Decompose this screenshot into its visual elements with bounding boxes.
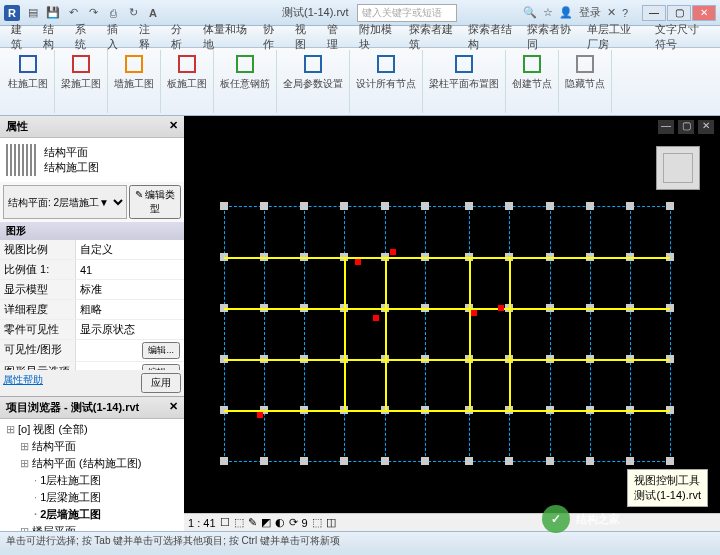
tree-node[interactable]: 1层梁施工图	[2, 489, 182, 506]
view-cube[interactable]	[656, 146, 700, 190]
tab-5[interactable]: 分析	[164, 20, 196, 54]
maximize-button[interactable]: ▢	[667, 5, 691, 21]
tab-12[interactable]: 探索者结构	[461, 20, 520, 54]
tab-14[interactable]: 单层工业厂房	[580, 20, 648, 54]
ribbon-panel: 柱施工图梁施工图墙施工图板施工图板任意钢筋全局参数设置设计所有节点梁柱平面布置图…	[0, 48, 720, 116]
property-group-header[interactable]: 图形	[0, 222, 184, 240]
ribbon-btn-7[interactable]: 梁柱平面布置图	[425, 50, 503, 91]
properties-title: 属性	[6, 119, 28, 134]
user-icon[interactable]: 👤	[559, 6, 573, 19]
wechat-icon: ✓	[542, 505, 570, 533]
svg-rect-2	[126, 56, 142, 72]
properties-help-link[interactable]: 属性帮助	[3, 373, 43, 393]
viewbar-icon[interactable]: ⬚	[312, 516, 322, 529]
tree-node[interactable]: 1层柱施工图	[2, 472, 182, 489]
prop-edit-button[interactable]: 编辑...	[142, 342, 180, 359]
tab-15[interactable]: 文字尺寸符号	[648, 20, 716, 54]
viewbar-icon[interactable]: ☐	[220, 516, 230, 529]
view-min-icon[interactable]: —	[658, 120, 674, 134]
app-logo[interactable]: R	[4, 5, 20, 21]
tab-1[interactable]: 结构	[36, 20, 68, 54]
tree-node[interactable]: [o] 视图 (全部)	[2, 421, 182, 438]
ribbon-btn-6[interactable]: 设计所有节点	[352, 50, 420, 91]
prop-edit-button[interactable]: 编辑...	[142, 364, 180, 370]
ribbon-btn-0[interactable]: 柱施工图	[4, 50, 52, 91]
prop-row[interactable]: 可见性/图形编辑...	[0, 340, 184, 362]
ribbon-btn-3[interactable]: 板施工图	[163, 50, 211, 91]
view-scale[interactable]: 1 : 41	[188, 517, 216, 529]
view-close-icon[interactable]: ✕	[698, 120, 714, 134]
project-tree: [o] 视图 (全部)结构平面结构平面 (结构施工图)1层柱施工图1层梁施工图2…	[0, 419, 184, 531]
help-icon[interactable]: ?	[622, 7, 628, 19]
ribbon-btn-2[interactable]: 墙施工图	[110, 50, 158, 91]
binoculars-icon[interactable]: 🔍	[523, 6, 537, 19]
tab-9[interactable]: 管理	[320, 20, 352, 54]
ribbon-btn-9[interactable]: 隐藏节点	[561, 50, 609, 91]
view-max-icon[interactable]: ▢	[678, 120, 694, 134]
type-preview-icon	[6, 144, 38, 176]
tab-11[interactable]: 探索者建筑	[402, 20, 461, 54]
ribbon-btn-4[interactable]: 板任意钢筋	[216, 50, 274, 91]
type-name: 结构平面 结构施工图	[44, 144, 99, 176]
floor-plan	[224, 206, 670, 461]
prop-row[interactable]: 图形显示选项编辑...	[0, 362, 184, 370]
properties-grid: 图形 视图比例自定义比例值 1:41显示模型标准详细程度粗略零件可见性显示原状态…	[0, 222, 184, 370]
tab-10[interactable]: 附加模块	[352, 20, 402, 54]
browser-close-icon[interactable]: ✕	[169, 400, 178, 415]
prop-row[interactable]: 显示模型标准	[0, 280, 184, 300]
viewbar-icon[interactable]: ◫	[326, 516, 336, 529]
tree-node[interactable]: 结构平面	[2, 438, 182, 455]
ribbon-tabs: 建筑结构系统插入注释分析体量和场地协作视图管理附加模块探索者建筑探索者结构探索者…	[0, 26, 720, 48]
watermark: ✓ 结构之家	[542, 505, 620, 533]
tab-6[interactable]: 体量和场地	[196, 20, 255, 54]
tree-node[interactable]: 楼层平面	[2, 523, 182, 531]
svg-rect-3	[179, 56, 195, 72]
viewbar-icon[interactable]: ◐	[275, 516, 285, 529]
type-selector[interactable]: 结构平面: 2层墙施工▼	[3, 185, 127, 219]
svg-rect-1	[73, 56, 89, 72]
exchange-icon[interactable]: ✕	[607, 6, 616, 19]
ribbon-btn-5[interactable]: 全局参数设置	[279, 50, 347, 91]
tab-2[interactable]: 系统	[68, 20, 100, 54]
tab-0[interactable]: 建筑	[4, 20, 36, 54]
svg-rect-0	[20, 56, 36, 72]
properties-close-icon[interactable]: ✕	[169, 119, 178, 134]
ribbon-btn-8[interactable]: 创建节点	[508, 50, 556, 91]
minimize-button[interactable]: —	[642, 5, 666, 21]
viewbar-icon[interactable]: ◩	[261, 516, 271, 529]
prop-row[interactable]: 零件可见性显示原状态	[0, 320, 184, 340]
document-title: 测试(1-14).rvt	[282, 5, 349, 20]
tab-7[interactable]: 协作	[256, 20, 288, 54]
login-link[interactable]: 登录	[579, 5, 601, 20]
status-bar: 单击可进行选择; 按 Tab 键并单击可选择其他项目; 按 Ctrl 键并单击可…	[0, 531, 720, 549]
tab-4[interactable]: 注释	[132, 20, 164, 54]
svg-rect-6	[378, 56, 394, 72]
edit-type-button[interactable]: ✎ 编辑类型	[129, 185, 181, 219]
svg-rect-4	[237, 56, 253, 72]
star-icon[interactable]: ☆	[543, 6, 553, 19]
svg-rect-8	[524, 56, 540, 72]
drawing-canvas[interactable]: — ▢ ✕ 视图控制工具 测试(1-14).rvt 1 : 41 ☐⬚✎◩◐⟳9…	[184, 116, 720, 531]
svg-rect-9	[577, 56, 593, 72]
svg-rect-5	[305, 56, 321, 72]
view-tooltip: 视图控制工具 测试(1-14).rvt	[627, 469, 708, 507]
browser-title: 项目浏览器 - 测试(1-14).rvt	[6, 400, 139, 415]
view-control-bar: 1 : 41 ☐⬚✎◩◐⟳9⬚◫	[184, 513, 720, 531]
prop-row[interactable]: 详细程度粗略	[0, 300, 184, 320]
viewbar-icon[interactable]: ⬚	[234, 516, 244, 529]
apply-button[interactable]: 应用	[141, 373, 181, 393]
close-button[interactable]: ✕	[692, 5, 716, 21]
viewbar-icon[interactable]: 9	[302, 517, 308, 529]
prop-row[interactable]: 比例值 1:41	[0, 260, 184, 280]
tab-3[interactable]: 插入	[100, 20, 132, 54]
ribbon-btn-1[interactable]: 梁施工图	[57, 50, 105, 91]
prop-row[interactable]: 视图比例自定义	[0, 240, 184, 260]
svg-rect-7	[456, 56, 472, 72]
viewbar-icon[interactable]: ⟳	[289, 516, 298, 529]
tab-8[interactable]: 视图	[288, 20, 320, 54]
tree-node[interactable]: 结构平面 (结构施工图)	[2, 455, 182, 472]
viewbar-icon[interactable]: ✎	[248, 516, 257, 529]
tab-13[interactable]: 探索者协同	[520, 20, 579, 54]
tree-node[interactable]: 2层墙施工图	[2, 506, 182, 523]
